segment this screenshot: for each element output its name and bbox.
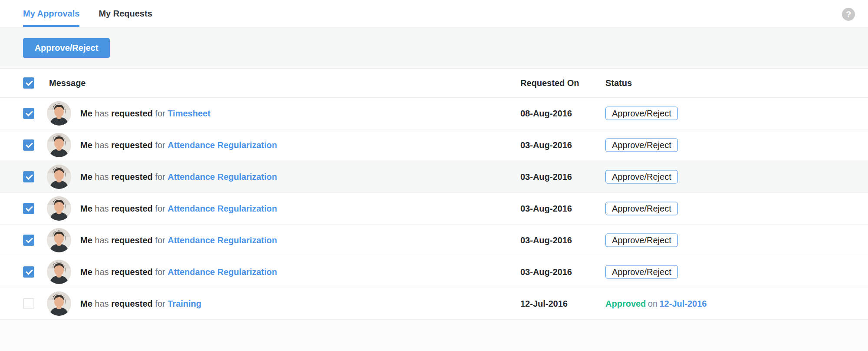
- tab-my-requests[interactable]: My Requests: [99, 0, 152, 27]
- row-checkbox[interactable]: [23, 298, 34, 309]
- row-approve-reject-button[interactable]: Approve/Reject: [605, 139, 678, 152]
- tab-my-requests-label: My Requests: [99, 9, 152, 19]
- table-row: Me has requested for Attendance Regulari…: [0, 225, 868, 256]
- request-type-link[interactable]: Attendance Regularization: [168, 140, 277, 150]
- row-checkbox[interactable]: [23, 203, 34, 214]
- table-row: Me has requested for Attendance Regulari…: [0, 129, 868, 161]
- row-approve-reject-button[interactable]: Approve/Reject: [605, 234, 678, 247]
- table-row: Me has requested for Attendance Regulari…: [0, 256, 868, 288]
- column-header-requested-on: Requested On: [520, 78, 579, 88]
- table-row: Me has requested for Training 12-Jul-201…: [0, 288, 868, 320]
- requested-on-date: 03-Aug-2016: [520, 172, 572, 182]
- request-message: Me has requested for Attendance Regulari…: [80, 204, 277, 214]
- tab-bar: My Approvals My Requests ?: [0, 0, 868, 27]
- row-checkbox[interactable]: [23, 266, 34, 278]
- approved-date-link[interactable]: 12-Jul-2016: [660, 299, 707, 308]
- request-message: Me has requested for Training: [80, 299, 201, 309]
- requested-on-date: 03-Aug-2016: [520, 140, 572, 150]
- row-checkbox[interactable]: [23, 139, 34, 151]
- row-checkbox[interactable]: [23, 108, 34, 119]
- approve-reject-button[interactable]: Approve/Reject: [23, 38, 110, 58]
- tab-my-approvals-label: My Approvals: [23, 9, 79, 19]
- requested-on-date: 03-Aug-2016: [520, 267, 572, 277]
- page-bottom-area: [0, 320, 868, 351]
- row-approve-reject-button[interactable]: Approve/Reject: [605, 170, 678, 184]
- request-message: Me has requested for Attendance Regulari…: [80, 140, 277, 150]
- request-type-link[interactable]: Timesheet: [168, 109, 210, 118]
- request-message: Me has requested for Attendance Regulari…: [80, 172, 277, 182]
- requested-on-date: 03-Aug-2016: [520, 235, 572, 245]
- table-row: Me has requested for Timesheet 08-Aug-20…: [0, 98, 868, 129]
- table-row: Me has requested for Attendance Regulari…: [0, 193, 868, 225]
- user-avatar: [47, 133, 71, 157]
- user-avatar: [47, 260, 71, 284]
- approved-label: Approved: [605, 299, 646, 308]
- request-type-link[interactable]: Training: [168, 299, 201, 308]
- request-type-link[interactable]: Attendance Regularization: [168, 204, 277, 213]
- toolbar: Approve/Reject: [0, 27, 868, 69]
- request-type-link[interactable]: Attendance Regularization: [168, 267, 277, 277]
- request-message: Me has requested for Attendance Regulari…: [80, 235, 277, 245]
- tab-my-approvals[interactable]: My Approvals: [23, 0, 79, 27]
- request-message: Me has requested for Timesheet: [80, 109, 210, 119]
- approvals-table: Message Requested On Status Me has reque…: [0, 69, 868, 320]
- row-checkbox[interactable]: [23, 235, 34, 246]
- column-header-status: Status: [605, 78, 632, 88]
- table-header-row: Message Requested On Status: [0, 69, 868, 98]
- requested-on-date: 12-Jul-2016: [520, 299, 568, 309]
- row-checkbox[interactable]: [23, 171, 34, 182]
- user-avatar: [47, 228, 71, 252]
- requested-on-date: 03-Aug-2016: [520, 204, 572, 214]
- request-message: Me has requested for Attendance Regulari…: [80, 267, 277, 277]
- requested-on-date: 08-Aug-2016: [520, 109, 572, 119]
- row-approve-reject-button[interactable]: Approve/Reject: [605, 107, 678, 120]
- user-avatar: [47, 196, 71, 221]
- user-avatar: [47, 165, 71, 189]
- approved-status: Approved on 12-Jul-2016: [605, 299, 707, 309]
- select-all-checkbox[interactable]: [23, 77, 34, 89]
- request-type-link[interactable]: Attendance Regularization: [168, 172, 277, 182]
- row-approve-reject-button[interactable]: Approve/Reject: [605, 265, 678, 279]
- user-avatar: [47, 291, 71, 316]
- help-icon[interactable]: ?: [842, 8, 855, 21]
- column-header-message: Message: [49, 78, 86, 88]
- table-row: Me has requested for Attendance Regulari…: [0, 161, 868, 193]
- row-approve-reject-button[interactable]: Approve/Reject: [605, 202, 678, 215]
- user-avatar: [47, 101, 71, 126]
- request-type-link[interactable]: Attendance Regularization: [168, 235, 277, 245]
